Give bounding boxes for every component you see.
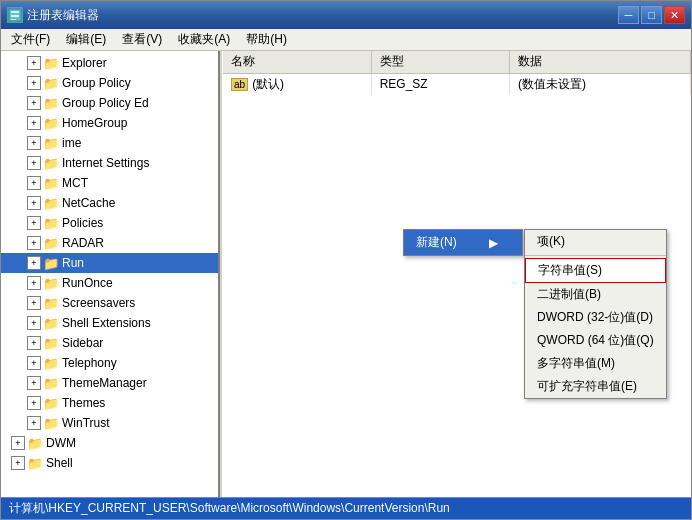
- tree-item-internet-settings[interactable]: +📁Internet Settings: [1, 153, 218, 173]
- folder-icon-sidebar: 📁: [43, 336, 59, 350]
- tree-label-theme-manager: ThemeManager: [62, 376, 147, 390]
- submenu-item-string-value[interactable]: 字符串值(S): [525, 258, 666, 283]
- col-name: 名称: [223, 51, 371, 73]
- expand-btn-dwm[interactable]: +: [11, 436, 25, 450]
- expand-btn-screensavers[interactable]: +: [27, 296, 41, 310]
- menu-item-f[interactable]: 文件(F): [3, 29, 58, 50]
- tree-panel[interactable]: +📁Explorer+📁Group Policy+📁Group Policy E…: [1, 51, 219, 497]
- svg-rect-1: [11, 11, 19, 13]
- tree-item-explorer[interactable]: +📁Explorer: [1, 53, 218, 73]
- expand-btn-policies[interactable]: +: [27, 216, 41, 230]
- submenu: 项(K) 字符串值(S)二进制值(B)DWORD (32-位)值(D)QWORD…: [524, 229, 667, 399]
- tree-item-runonce[interactable]: +📁RunOnce: [1, 273, 218, 293]
- context-menu-new[interactable]: 新建(N) ▶: [403, 229, 523, 256]
- submenu-item-qword-value[interactable]: QWORD (64 位)值(Q): [525, 329, 666, 352]
- folder-icon-shell: 📁: [27, 456, 43, 470]
- expand-btn-explorer[interactable]: +: [27, 56, 41, 70]
- expand-btn-sidebar[interactable]: +: [27, 336, 41, 350]
- expand-btn-group-policy-ed[interactable]: +: [27, 96, 41, 110]
- tree-item-dwm[interactable]: +📁DWM: [1, 433, 218, 453]
- tree-item-telephony[interactable]: +📁Telephony: [1, 353, 218, 373]
- expand-btn-ime[interactable]: +: [27, 136, 41, 150]
- tree-item-netcache[interactable]: +📁NetCache: [1, 193, 218, 213]
- maximize-button[interactable]: □: [641, 6, 662, 24]
- menu-bar: 文件(F)编辑(E)查看(V)收藏夹(A)帮助(H): [1, 29, 691, 51]
- submenu-item-expandable-string[interactable]: 可扩充字符串值(E): [525, 375, 666, 398]
- tree-item-run[interactable]: +📁Run: [1, 253, 218, 273]
- tree-item-theme-manager[interactable]: +📁ThemeManager: [1, 373, 218, 393]
- right-panel: 名称 类型 数据 ab(默认)REG_SZ(数值未设置) 新建(N) ▶: [223, 51, 691, 497]
- status-bar: 计算机\HKEY_CURRENT_USER\Software\Microsoft…: [1, 497, 691, 519]
- folder-icon-telephony: 📁: [43, 356, 59, 370]
- expand-btn-themes[interactable]: +: [27, 396, 41, 410]
- menu-item-h[interactable]: 帮助(H): [238, 29, 295, 50]
- expand-btn-shell-extensions[interactable]: +: [27, 316, 41, 330]
- expand-btn-mct[interactable]: +: [27, 176, 41, 190]
- close-button[interactable]: ✕: [664, 6, 685, 24]
- window: 注册表编辑器 ─ □ ✕ 文件(F)编辑(E)查看(V)收藏夹(A)帮助(H) …: [0, 0, 692, 520]
- tree-label-ime: ime: [62, 136, 81, 150]
- tree-item-group-policy[interactable]: +📁Group Policy: [1, 73, 218, 93]
- tree-item-themes[interactable]: +📁Themes: [1, 393, 218, 413]
- expand-btn-internet-settings[interactable]: +: [27, 156, 41, 170]
- tree-item-radar[interactable]: +📁RADAR: [1, 233, 218, 253]
- status-path: 计算机\HKEY_CURRENT_USER\Software\Microsoft…: [5, 499, 454, 518]
- tree-label-group-policy: Group Policy: [62, 76, 131, 90]
- expand-btn-runonce[interactable]: +: [27, 276, 41, 290]
- tree-label-internet-settings: Internet Settings: [62, 156, 149, 170]
- folder-icon-group-policy-ed: 📁: [43, 96, 59, 110]
- folder-icon-policies: 📁: [43, 216, 59, 230]
- tree-label-policies: Policies: [62, 216, 103, 230]
- folder-icon-screensavers: 📁: [43, 296, 59, 310]
- tree-item-wintrust[interactable]: +📁WinTrust: [1, 413, 218, 433]
- tree-item-homegroup[interactable]: +📁HomeGroup: [1, 113, 218, 133]
- submenu-item-dword-value[interactable]: DWORD (32-位)值(D): [525, 306, 666, 329]
- folder-icon-homegroup: 📁: [43, 116, 59, 130]
- menu-item-a[interactable]: 收藏夹(A): [170, 29, 238, 50]
- expand-btn-theme-manager[interactable]: +: [27, 376, 41, 390]
- tree-item-shell-extensions[interactable]: +📁Shell Extensions: [1, 313, 218, 333]
- expand-btn-wintrust[interactable]: +: [27, 416, 41, 430]
- submenu-item-binary-value[interactable]: 二进制值(B): [525, 283, 666, 306]
- expand-btn-shell[interactable]: +: [11, 456, 25, 470]
- minimize-button[interactable]: ─: [618, 6, 639, 24]
- tree-item-group-policy-ed[interactable]: +📁Group Policy Ed: [1, 93, 218, 113]
- new-menu-item[interactable]: 新建(N) ▶: [404, 230, 522, 255]
- context-menu-container: 新建(N) ▶ 项(K) 字符串值(S)二进制值(B)DWORD (32-位)值…: [403, 229, 667, 399]
- new-label: 新建(N): [416, 234, 457, 251]
- tree-item-ime[interactable]: +📁ime: [1, 133, 218, 153]
- folder-icon-runonce: 📁: [43, 276, 59, 290]
- menu-item-e[interactable]: 编辑(E): [58, 29, 114, 50]
- tree-label-netcache: NetCache: [62, 196, 115, 210]
- registry-row[interactable]: ab(默认)REG_SZ(数值未设置): [223, 73, 691, 95]
- tree-label-run: Run: [62, 256, 84, 270]
- tree-item-mct[interactable]: +📁MCT: [1, 173, 218, 193]
- tree-item-screensavers[interactable]: +📁Screensavers: [1, 293, 218, 313]
- folder-icon-shell-extensions: 📁: [43, 316, 59, 330]
- tree-label-wintrust: WinTrust: [62, 416, 110, 430]
- tree-label-homegroup: HomeGroup: [62, 116, 127, 130]
- arrow-icon: ▶: [489, 236, 498, 250]
- expand-btn-telephony[interactable]: +: [27, 356, 41, 370]
- folder-icon-netcache: 📁: [43, 196, 59, 210]
- tree-label-dwm: DWM: [46, 436, 76, 450]
- title-bar: 注册表编辑器 ─ □ ✕: [1, 1, 691, 29]
- submenu-item-multi-string[interactable]: 多字符串值(M): [525, 352, 666, 375]
- expand-btn-homegroup[interactable]: +: [27, 116, 41, 130]
- tree-label-group-policy-ed: Group Policy Ed: [62, 96, 149, 110]
- col-type: 类型: [371, 51, 509, 73]
- tree-item-shell[interactable]: +📁Shell: [1, 453, 218, 473]
- folder-icon-run: 📁: [43, 256, 59, 270]
- expand-btn-group-policy[interactable]: +: [27, 76, 41, 90]
- expand-btn-radar[interactable]: +: [27, 236, 41, 250]
- tree-item-policies[interactable]: +📁Policies: [1, 213, 218, 233]
- menu-item-v[interactable]: 查看(V): [114, 29, 170, 50]
- folder-icon-explorer: 📁: [43, 56, 59, 70]
- registry-data: (数值未设置): [510, 73, 691, 95]
- tree-label-shell-extensions: Shell Extensions: [62, 316, 151, 330]
- app-icon: [7, 7, 23, 23]
- expand-btn-netcache[interactable]: +: [27, 196, 41, 210]
- tree-item-sidebar[interactable]: +📁Sidebar: [1, 333, 218, 353]
- folder-icon-mct: 📁: [43, 176, 59, 190]
- expand-btn-run[interactable]: +: [27, 256, 41, 270]
